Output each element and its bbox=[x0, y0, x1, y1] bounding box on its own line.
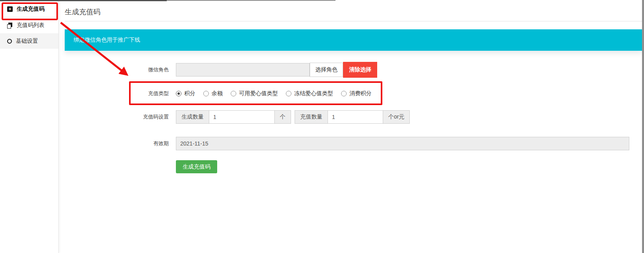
sidebar-item-basic-settings[interactable]: 基础设置 bbox=[0, 34, 58, 49]
sidebar-item-label: 生成充值码 bbox=[17, 6, 44, 13]
main-content: 生成充值码 绑定微信角色用于推广下线 微信角色 选择角色 清除选择 充值类型 积… bbox=[59, 0, 642, 253]
radio-label: 积分 bbox=[184, 90, 195, 97]
page-title: 生成充值码 bbox=[65, 7, 100, 17]
radio-option-points[interactable]: 积分 bbox=[176, 90, 195, 97]
sidebar-item-label: 充值码列表 bbox=[17, 22, 44, 29]
form-row-validity: 有效期 bbox=[65, 137, 629, 150]
generate-quantity-suffix: 个 bbox=[275, 110, 291, 124]
field-label-code-settings: 充值码设置 bbox=[65, 113, 169, 121]
radio-icon bbox=[286, 91, 291, 96]
radio-icon bbox=[341, 91, 347, 96]
form-row-code-settings: 充值码设置 生成数量 个 充值数量 个or元 bbox=[65, 110, 410, 124]
radio-label: 可用爱心值类型 bbox=[239, 90, 278, 97]
generate-quantity-input[interactable] bbox=[209, 110, 275, 124]
radio-option-balance[interactable]: 余额 bbox=[203, 90, 223, 97]
radio-option-consume-points[interactable]: 消费积分 bbox=[341, 90, 372, 97]
sidebar-item-code-list[interactable]: 充值码列表 bbox=[0, 17, 58, 34]
form-row-wechat-role: 微信角色 选择角色 清除选择 bbox=[65, 62, 377, 78]
validity-date-input[interactable] bbox=[176, 137, 629, 150]
radio-icon bbox=[231, 91, 236, 96]
sidebar: + 生成充值码 充值码列表 基础设置 bbox=[0, 1, 59, 253]
select-role-button[interactable]: 选择角色 bbox=[310, 63, 343, 77]
form-row-recharge-type: 充值类型 积分 余额 可用爱心值类型 冻结爱心值类型 bbox=[65, 86, 380, 102]
field-label-wechat-role: 微信角色 bbox=[65, 66, 169, 73]
sidebar-item-generate-code[interactable]: + 生成充值码 bbox=[0, 1, 58, 17]
radio-label: 冻结爱心值类型 bbox=[294, 90, 333, 97]
sidebar-item-label: 基础设置 bbox=[16, 38, 38, 45]
copy-icon bbox=[7, 23, 13, 29]
generate-quantity-group: 生成数量 个 bbox=[176, 110, 291, 124]
clear-selection-button[interactable]: 清除选择 bbox=[343, 62, 377, 78]
generate-quantity-prefix: 生成数量 bbox=[176, 110, 209, 124]
radio-label: 消费积分 bbox=[349, 90, 372, 97]
plus-square-icon: + bbox=[7, 6, 13, 12]
field-label-validity: 有效期 bbox=[65, 140, 169, 147]
generate-code-submit-button[interactable]: 生成充值码 bbox=[176, 160, 217, 173]
radio-icon bbox=[203, 91, 209, 96]
recharge-quantity-group: 充值数量 个or元 bbox=[295, 110, 410, 124]
radio-icon bbox=[176, 91, 181, 96]
radio-option-available-love-value[interactable]: 可用爱心值类型 bbox=[231, 90, 278, 97]
recharge-quantity-suffix: 个or元 bbox=[383, 110, 410, 124]
radio-label: 余额 bbox=[212, 90, 223, 97]
circle-icon bbox=[7, 39, 12, 44]
info-banner: 绑定微信角色用于推广下线 bbox=[65, 29, 642, 51]
recharge-quantity-input[interactable] bbox=[328, 110, 383, 124]
screen: + 生成充值码 充值码列表 基础设置 生成充值码 绑定微信角色用于推广下线 微信… bbox=[0, 0, 644, 253]
radio-option-frozen-love-value[interactable]: 冻结爱心值类型 bbox=[286, 90, 333, 97]
field-label-recharge-type: 充值类型 bbox=[65, 90, 169, 97]
info-banner-text: 绑定微信角色用于推广下线 bbox=[73, 36, 140, 44]
scrollbar[interactable] bbox=[642, 0, 644, 253]
recharge-quantity-prefix: 充值数量 bbox=[295, 110, 328, 124]
wechat-role-input[interactable] bbox=[176, 63, 310, 77]
title-divider bbox=[65, 21, 642, 21]
